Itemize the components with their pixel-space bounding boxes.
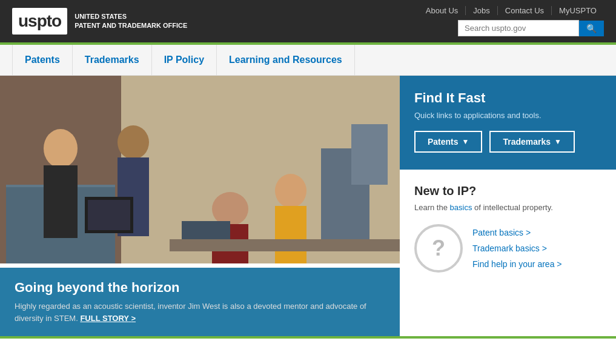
logo-area: uspto UNITED STATES PATENT AND TRADEMARK… bbox=[12, 8, 187, 35]
top-nav-myuspto[interactable]: MyUSPTO bbox=[552, 6, 604, 15]
new-to-ip-subtitle: Learn the basics of intellectual propert… bbox=[414, 203, 601, 212]
ip-links: Patent basics > Trademark basics > Find … bbox=[472, 228, 561, 269]
nav-trademarks[interactable]: Trademarks bbox=[73, 45, 152, 75]
main-nav: Patents Trademarks IP Policy Learning an… bbox=[0, 45, 616, 76]
hero-image bbox=[0, 76, 400, 263]
basics-link[interactable]: basics bbox=[450, 203, 472, 212]
hero-section: Going beyond the horizon Highly regarded… bbox=[0, 76, 400, 336]
search-input[interactable] bbox=[458, 20, 579, 36]
top-nav-about[interactable]: About Us bbox=[419, 6, 466, 15]
trademarks-dropdown-button[interactable]: Trademarks ▼ bbox=[489, 131, 575, 153]
patents-dropdown-arrow: ▼ bbox=[462, 137, 469, 146]
search-button[interactable]: 🔍 bbox=[579, 21, 604, 36]
trademarks-dropdown-arrow: ▼ bbox=[554, 137, 561, 146]
new-to-ip-section: New to IP? Learn the basics of intellect… bbox=[400, 170, 616, 336]
bottom-accent-bar bbox=[0, 336, 616, 339]
find-fast-subtitle: Quick links to applications and tools. bbox=[414, 111, 601, 120]
top-nav: About Us Jobs Contact Us MyUSPTO bbox=[419, 6, 604, 15]
find-fast-buttons: Patents ▼ Trademarks ▼ bbox=[414, 131, 601, 153]
logo-box: uspto bbox=[12, 8, 67, 35]
top-nav-contact[interactable]: Contact Us bbox=[498, 6, 552, 15]
sidebar: Find It Fast Quick links to applications… bbox=[400, 76, 616, 336]
ip-content: ? Patent basics > Trademark basics > Fin… bbox=[414, 224, 601, 273]
trademark-basics-link[interactable]: Trademark basics > bbox=[472, 243, 561, 253]
logo-text: uspto bbox=[18, 12, 61, 30]
full-story-link[interactable]: FULL STORY > bbox=[80, 314, 136, 323]
nav-learning[interactable]: Learning and Resources bbox=[217, 45, 355, 75]
search-icon: 🔍 bbox=[586, 24, 597, 33]
search-bar: 🔍 bbox=[458, 20, 604, 36]
hero-description: Highly regarded as an acoustic scientist… bbox=[15, 300, 385, 324]
top-nav-jobs[interactable]: Jobs bbox=[466, 6, 497, 15]
find-fast-section: Find It Fast Quick links to applications… bbox=[400, 76, 616, 170]
content-area: Going beyond the horizon Highly regarded… bbox=[0, 76, 616, 336]
org-name: UNITED STATES PATENT AND TRADEMARK OFFIC… bbox=[75, 12, 187, 31]
site-header: uspto UNITED STATES PATENT AND TRADEMARK… bbox=[0, 0, 616, 42]
question-mark-icon: ? bbox=[414, 224, 463, 273]
hero-caption: Going beyond the horizon Highly regarded… bbox=[0, 268, 400, 336]
header-right: About Us Jobs Contact Us MyUSPTO 🔍 bbox=[419, 6, 604, 36]
find-fast-title: Find It Fast bbox=[414, 90, 601, 106]
nav-patents[interactable]: Patents bbox=[12, 45, 73, 75]
new-to-ip-title: New to IP? bbox=[414, 184, 601, 198]
find-help-link[interactable]: Find help in your area > bbox=[472, 259, 561, 269]
nav-ip-policy[interactable]: IP Policy bbox=[152, 45, 217, 75]
hero-title: Going beyond the horizon bbox=[15, 280, 385, 296]
patent-basics-link[interactable]: Patent basics > bbox=[472, 228, 561, 237]
patents-dropdown-button[interactable]: Patents ▼ bbox=[414, 131, 482, 153]
hero-photo bbox=[0, 76, 400, 263]
